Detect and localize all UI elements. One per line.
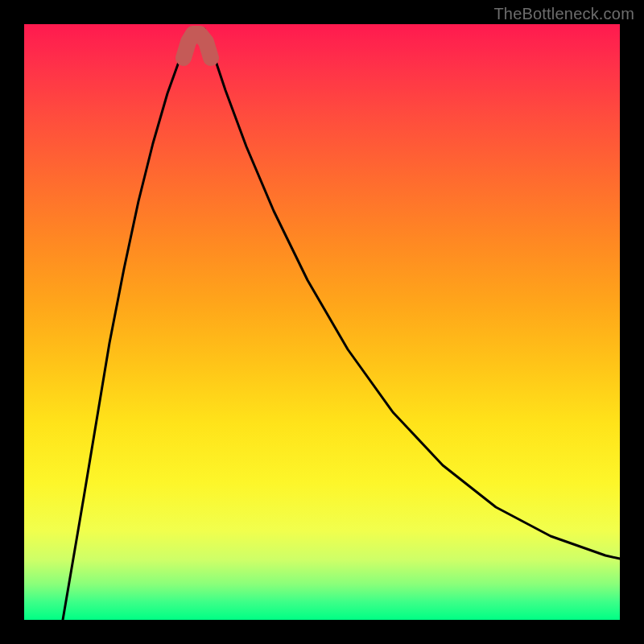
chart-curves — [24, 24, 620, 620]
attribution-text: TheBottleneck.com — [493, 5, 634, 23]
valley-marker — [184, 34, 211, 58]
curve-right-branch — [204, 29, 620, 559]
curve-left-branch — [63, 29, 192, 620]
chart-plot-area — [24, 24, 620, 620]
chart-frame: TheBottleneck.com — [0, 0, 644, 644]
